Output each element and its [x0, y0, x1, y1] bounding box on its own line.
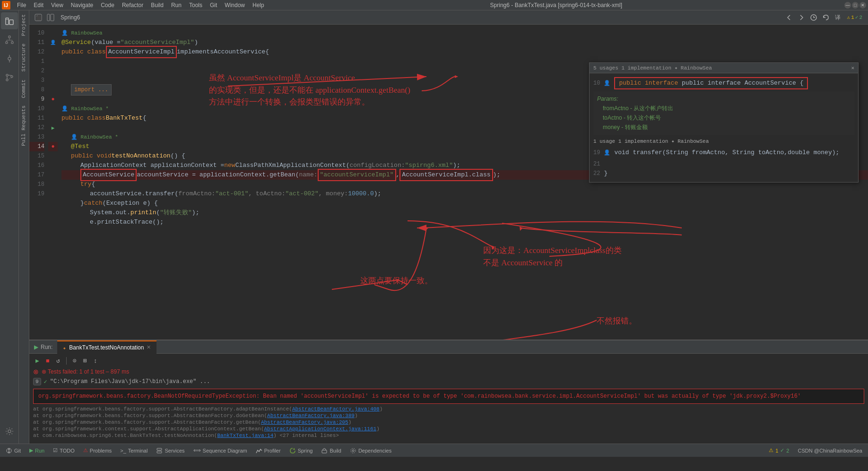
svg-point-12 [8, 57, 11, 60]
dependencies-status[interactable]: Dependencies [348, 446, 393, 455]
panel-content[interactable]: ▶ ■ ↺ ⊙ ⊞ ↕ ⊗ ⊗ Tests failed: 1 of 1 tes… [29, 354, 868, 444]
svg-rect-2 [6, 18, 9, 25]
terminal-status[interactable]: >_ Terminal [118, 447, 149, 454]
project-label[interactable]: Project [19, 10, 29, 40]
main-container: Project Structure Commit Pull Requests ⬛… [0, 10, 868, 444]
svg-rect-24 [51, 14, 54, 21]
close-button[interactable]: ✕ [859, 2, 866, 9]
editor-area: ⬛ Spring6 译 ⚠ 1 [29, 10, 868, 444]
run-tab-label: ▶ Run: [29, 340, 57, 354]
menu-tools[interactable]: Tools [185, 0, 206, 10]
menu-git[interactable]: Git [206, 0, 221, 10]
translate-button[interactable]: 译 [833, 12, 843, 23]
code-line: } catch (Exception e) { [61, 199, 868, 208]
svg-rect-37 [157, 448, 162, 450]
nav-back-button[interactable]: ⬛ [33, 12, 43, 23]
menu-code[interactable]: Code [97, 0, 118, 10]
structure-label[interactable]: Structure [19, 40, 29, 75]
filter-button[interactable]: ⊙ [70, 357, 79, 365]
spring-status[interactable]: Spring [287, 446, 315, 455]
menu-help[interactable]: Help [249, 0, 268, 10]
tree-button[interactable]: ⊞ [81, 357, 89, 365]
menu-refactor[interactable]: Refactor [118, 0, 147, 10]
csdn-label: CSDN @ChinaRainbowSea [796, 447, 864, 454]
recent-files-button[interactable] [808, 12, 819, 23]
line-numbers: 10 11 12 1 2 3 8 9 10 11 12 13 14 15 16 … [29, 25, 48, 340]
project-tree-button[interactable] [45, 12, 56, 23]
problems-count[interactable]: ⚠ 1 ✓ 2 [767, 446, 791, 454]
activity-bar [0, 10, 19, 444]
bottom-panel: ▶ Run: ⬥ BankTxTest.testNoAnnotation ✕ ▶… [29, 340, 868, 444]
settings-icon[interactable] [1, 423, 18, 440]
sort-button[interactable]: ↕ [91, 357, 100, 365]
svg-line-19 [7, 78, 12, 80]
panel-tabs: ▶ Run: ⬥ BankTxTest.testNoAnnotation ✕ [29, 340, 868, 354]
minimize-button[interactable]: — [844, 2, 851, 9]
maximize-button[interactable]: □ [852, 2, 859, 9]
svg-rect-38 [157, 451, 162, 453]
stack-trace-line: at org.springframework.beans.factory.sup… [33, 419, 864, 426]
svg-text:IJ: IJ [4, 2, 8, 8]
structure-icon[interactable] [1, 31, 18, 48]
pull-requests-label[interactable]: Pull Requests [19, 102, 29, 150]
run-button[interactable]: ▶ [33, 357, 42, 365]
editor-toolbar: ⬛ Spring6 译 ⚠ 1 [29, 10, 868, 25]
commit-label[interactable]: Commit [19, 76, 29, 102]
svg-point-17 [11, 76, 13, 78]
side-panel-labels: Project Structure Commit Pull Requests [19, 10, 29, 444]
undo-button[interactable] [821, 12, 831, 23]
run-status[interactable]: ▶ Run [27, 446, 46, 454]
problems-status[interactable]: ⚠ Problems [81, 446, 113, 454]
menu-edit[interactable]: Edit [30, 0, 47, 10]
run-toolbar: ▶ ■ ↺ ⊙ ⊞ ↕ [33, 356, 864, 367]
svg-point-16 [6, 79, 8, 81]
stack-trace-line: at com.rainbowsea.spring6.test.BankTxTes… [33, 432, 864, 439]
services-status[interactable]: Services [154, 446, 186, 455]
code-editor[interactable]: 10 11 12 1 2 3 8 9 10 11 12 13 14 15 16 … [29, 25, 868, 340]
menu-build[interactable]: Build [147, 0, 167, 10]
rerun-button[interactable]: ↺ [54, 357, 62, 365]
svg-point-34 [9, 448, 10, 450]
menu-navigate[interactable]: Navigate [67, 0, 97, 10]
window-title: Spring6 - BankTxTest.java [spring6-014-t… [268, 2, 844, 9]
status-left: Git ▶ Run ☑ TODO ⚠ Problems >_ Terminal … [4, 446, 393, 455]
code-line: e.printStackTrace(); [61, 218, 868, 227]
commit-icon[interactable] [1, 50, 18, 67]
popup-content: 10 👤 public interface public interface A… [590, 73, 858, 182]
stop-button[interactable]: ■ [43, 357, 52, 365]
svg-point-35 [9, 451, 10, 453]
build-status[interactable]: Build [319, 446, 343, 455]
menu-view[interactable]: View [47, 0, 67, 10]
svg-rect-23 [47, 14, 50, 21]
git-status[interactable]: Git [4, 446, 23, 455]
profiler-status[interactable]: Profiler [254, 446, 283, 455]
problems-count[interactable]: ⚠ 1 ✓ 2 [845, 12, 864, 23]
sequence-diagram-status[interactable]: ⟺ Sequence Diagram [191, 446, 249, 454]
svg-rect-5 [9, 36, 10, 38]
navigate-next-button[interactable] [796, 12, 807, 23]
popup-header: 5 usages 1 implementation ✦ RainbowSea ✕ [590, 63, 858, 73]
pull-requests-icon[interactable] [1, 69, 18, 86]
code-line: System.out.println("转账失败"); [61, 208, 868, 218]
menu-run[interactable]: Run [167, 0, 185, 10]
app-icon: IJ [2, 1, 10, 9]
navigate-prev-button[interactable] [784, 12, 794, 23]
menu-file[interactable]: File [13, 0, 30, 10]
menu-window[interactable]: Window [221, 0, 249, 10]
stack-trace-line: at org.springframework.beans.factory.sup… [33, 406, 864, 412]
code-line: accountService.transfer( fromActno: "act… [61, 189, 868, 199]
gutter-area: 👤 ● ▶ ● [48, 25, 58, 340]
svg-rect-6 [6, 42, 8, 44]
status-bar: Git ▶ Run ☑ TODO ⚠ Problems >_ Terminal … [0, 444, 868, 457]
window-controls: — □ ✕ [844, 2, 866, 9]
popup-window: 5 usages 1 implementation ✦ RainbowSea ✕… [589, 62, 859, 183]
svg-rect-7 [11, 42, 13, 44]
todo-status[interactable]: ☑ TODO [51, 446, 77, 454]
project-icon[interactable] [1, 12, 18, 29]
svg-rect-39 [322, 450, 327, 453]
tab-close-icon[interactable]: ✕ [147, 344, 151, 350]
menu-bar: IJ File Edit View Navigate Code Refactor… [0, 0, 868, 10]
svg-text:译: 译 [835, 15, 841, 21]
svg-point-41 [351, 448, 356, 453]
run-test-tab[interactable]: ⬥ BankTxTest.testNoAnnotation ✕ [57, 340, 156, 354]
